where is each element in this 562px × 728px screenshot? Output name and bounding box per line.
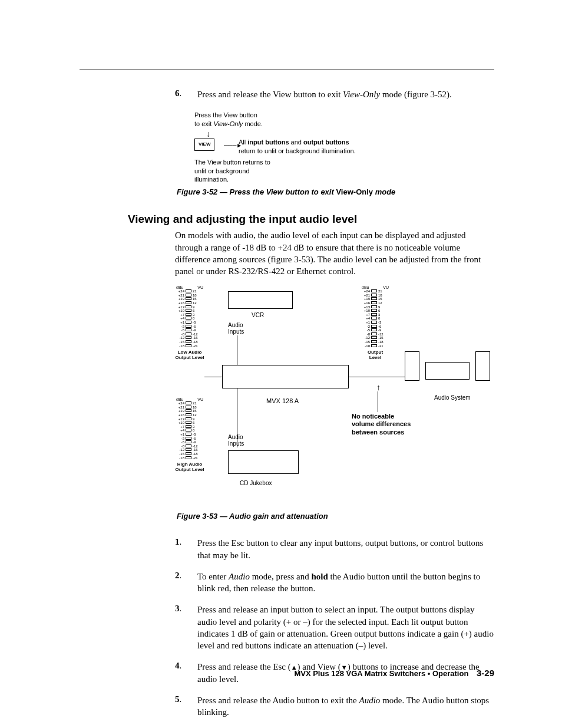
speaker-left	[405, 351, 419, 381]
speaker-right	[475, 351, 490, 381]
step-number: 5.	[175, 694, 197, 719]
horizontal-rule	[80, 70, 494, 70]
step-text: Press and release the View button to exi…	[197, 88, 494, 100]
step-text: Press the Esc button to clear any input …	[197, 537, 494, 561]
audio-inputs-1: Audio Inputs	[228, 322, 244, 335]
section-heading: Viewing and adjusting the input audio le…	[128, 213, 494, 226]
meter-top-left: dBuVU +2421+2118+1915+1612+139+106+73+40…	[175, 285, 204, 361]
step-2: 2. To enter Audio mode, press and hold t…	[80, 571, 494, 595]
line	[349, 377, 405, 377]
cd-device	[228, 450, 299, 474]
page-number: 3-29	[477, 668, 494, 678]
mvx-device	[222, 365, 349, 388]
figure-53-diagram: dBuVU +2421+2118+1915+1612+139+106+73+40…	[175, 285, 494, 503]
intro-paragraph: On models with audio, the audio level of…	[175, 229, 494, 277]
fig52-text-top: Press the View button to exit View-Only …	[194, 111, 263, 128]
page-footer: MVX Plus 128 VGA Matrix Switchers • Oper…	[294, 668, 494, 678]
footer-text: MVX Plus 128 VGA Matrix Switchers • Oper…	[294, 669, 468, 678]
step-5: 5. Press and release the Audio button to…	[80, 694, 494, 719]
step-text: To enter Audio mode, press and hold the …	[197, 571, 494, 595]
step-number: 1.	[175, 537, 197, 561]
meter-top-right: dBuVU +2421+2118+1915+1612+139+106+73+40…	[361, 285, 390, 361]
view-button-graphic: VIEW	[194, 139, 214, 150]
callout-text: No noticeable volume differences between…	[352, 413, 411, 436]
step-6: 6. Press and release the View button to …	[80, 88, 494, 100]
vcr-device	[228, 291, 293, 309]
audio-system-label: Audio System	[434, 394, 471, 401]
step-number: 3.	[175, 604, 197, 651]
up-arrow-icon: ↑	[376, 383, 381, 392]
step-text: Press and release the Audio button to ex…	[197, 694, 494, 719]
step-number: 4.	[175, 661, 197, 685]
step-number: 6.	[175, 88, 197, 100]
cd-label: CD Jukebox	[240, 480, 272, 486]
step-1: 1. Press the Esc button to clear any inp…	[80, 537, 494, 561]
audio-inputs-2: Audio Inputs	[228, 434, 244, 447]
arrow-line	[378, 391, 378, 412]
step-number: 2.	[175, 571, 197, 595]
figure-53-caption: Figure 3-53 — Audio gain and attenuation	[177, 512, 494, 521]
amplifier	[425, 362, 470, 380]
figure-52-caption: Figure 3-52 — Press the View button to e…	[177, 187, 494, 196]
step-text: Press and release an input button to sel…	[197, 604, 494, 651]
figure-52-diagram: Press the View button to exit View-Only …	[194, 111, 494, 182]
fig52-text-right: All input buttons and output buttons ret…	[239, 138, 356, 155]
down-arrow-icon: ↓	[206, 129, 210, 139]
meter-bottom-left: dBuVU +2421+2118+1915+1612+139+106+73+40…	[175, 397, 204, 473]
vcr-label: VCR	[252, 312, 264, 318]
step-3: 3. Press and release an input button to …	[80, 604, 494, 651]
line	[204, 377, 222, 377]
fig52-text-bottom: The View button returns to unlit or back…	[194, 158, 270, 183]
mvx-label: MVX 128 A	[266, 397, 299, 404]
line	[237, 388, 237, 447]
line	[237, 335, 237, 365]
page-content: 6. Press and release the View button to …	[80, 88, 494, 727]
